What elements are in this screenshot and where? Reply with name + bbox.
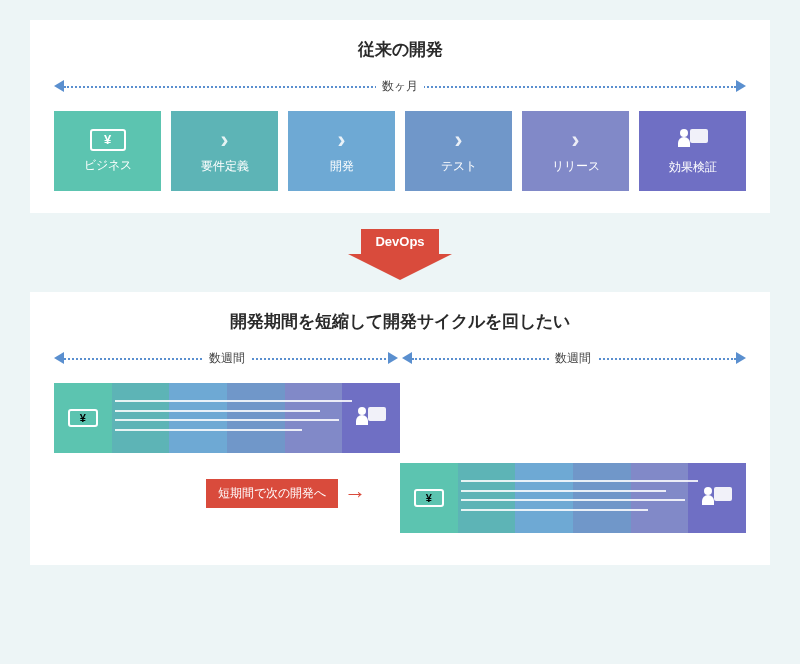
cycle-b: ¥ [400, 463, 746, 533]
chevron-icon: › [338, 128, 346, 152]
devops-transition: DevOps [30, 229, 770, 280]
stage-release: › リリース [522, 111, 629, 191]
transition-callout: 短期間で次の開発へ → [206, 479, 366, 508]
traditional-title: 従来の開発 [54, 38, 746, 61]
stage-requirements: › 要件定義 [171, 111, 278, 191]
stage-label: リリース [552, 158, 600, 175]
mini-stage-row: ¥ [54, 383, 400, 453]
mini-stage [631, 463, 689, 533]
mini-stage-validation [342, 383, 400, 453]
chevron-icon: › [221, 128, 229, 152]
arrow-right-icon [736, 352, 746, 364]
yen-icon: ¥ [90, 129, 126, 151]
transition-badge: 短期間で次の開発へ [206, 479, 338, 508]
stage-business: ¥ ビジネス [54, 111, 161, 191]
down-arrow-icon [348, 254, 452, 280]
stage-label: テスト [441, 158, 477, 175]
stage-development: › 開発 [288, 111, 395, 191]
arrow-left-icon [54, 80, 64, 92]
arrow-left-icon [402, 352, 412, 364]
timeline-weeks: 数週間 数週間 [54, 347, 746, 369]
person-chart-icon [702, 485, 732, 511]
arrow-right-icon: → [344, 481, 366, 507]
chevron-icon: › [572, 128, 580, 152]
person-chart-icon [678, 127, 708, 153]
yen-icon: ¥ [68, 409, 98, 427]
stage-label: 開発 [330, 158, 354, 175]
mini-stage-validation [688, 463, 746, 533]
mini-stage [458, 463, 516, 533]
cycle-b-label: 数週間 [549, 350, 597, 367]
mini-stage-business: ¥ [54, 383, 112, 453]
stage-label: 効果検証 [669, 159, 717, 176]
arrow-right-icon [736, 80, 746, 92]
cycle-a-label: 数週間 [203, 350, 251, 367]
mini-stage [227, 383, 285, 453]
devops-badge: DevOps [361, 229, 438, 254]
stage-validation: 効果検証 [639, 111, 746, 191]
cycles-grid: ¥ [54, 383, 746, 543]
panel-devops: 開発期間を短縮して開発サイクルを回したい 数週間 数週間 ¥ [30, 292, 770, 565]
stage-label: ビジネス [84, 157, 132, 174]
stage-label: 要件定義 [201, 158, 249, 175]
timeline-months: 数ヶ月 [54, 75, 746, 97]
stage-row: ¥ ビジネス › 要件定義 › 開発 › テスト › リリース 効果検証 [54, 111, 746, 191]
mini-stage [285, 383, 343, 453]
panel-traditional: 従来の開発 数ヶ月 ¥ ビジネス › 要件定義 › 開発 › テスト › リリー… [30, 20, 770, 213]
arrow-right-icon [388, 352, 398, 364]
devops-title: 開発期間を短縮して開発サイクルを回したい [54, 310, 746, 333]
cycle-a: ¥ [54, 383, 400, 453]
mini-stage [169, 383, 227, 453]
mini-stage-row: ¥ [400, 463, 746, 533]
mini-stage [573, 463, 631, 533]
arrow-left-icon [54, 352, 64, 364]
stage-test: › テスト [405, 111, 512, 191]
mini-stage [515, 463, 573, 533]
person-chart-icon [356, 405, 386, 431]
yen-icon: ¥ [414, 489, 444, 507]
mini-stage-business: ¥ [400, 463, 458, 533]
mini-stage [112, 383, 170, 453]
chevron-icon: › [455, 128, 463, 152]
timeline-label: 数ヶ月 [376, 78, 424, 95]
